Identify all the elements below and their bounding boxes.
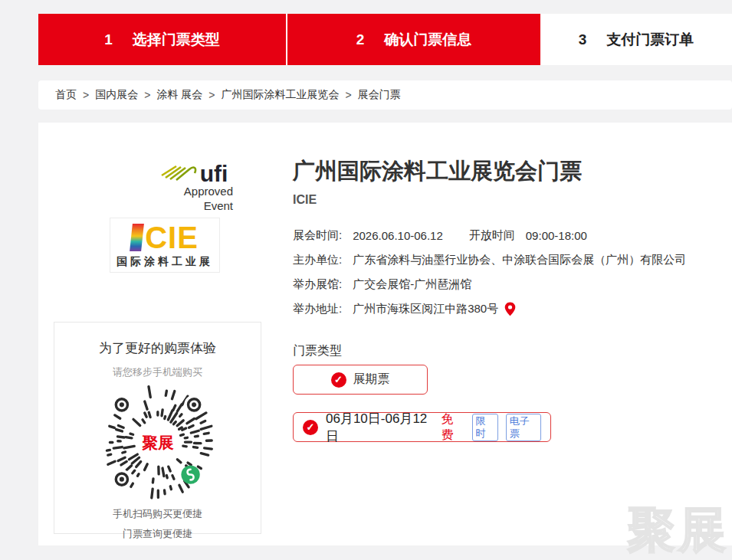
step-number: 3: [579, 31, 587, 48]
tab-step-3-pay-order[interactable]: 3 支付门票订单: [540, 14, 732, 65]
step-label: 确认门票信息: [384, 30, 471, 50]
info-row-time: 展会时间: 2026.06.10-06.12 开放时间 09:00-18:00: [293, 227, 686, 244]
badge-e-ticket: 电子票: [506, 414, 541, 441]
breadcrumb-separator: >: [144, 89, 150, 101]
ufi-event-text: Event: [129, 198, 259, 213]
page-title: 广州国际涂料工业展览会门票: [293, 156, 582, 187]
info-value-venue: 广交会展馆-广州琶洲馆: [353, 277, 471, 292]
info-label-open-hours: 开放时间: [469, 228, 515, 243]
qr-footer-line1: 手机扫码购买更便捷: [54, 505, 261, 523]
qr-center-label: 聚展: [141, 434, 174, 451]
info-label-address: 举办地址:: [293, 302, 342, 316]
breadcrumb-separator: >: [83, 89, 89, 101]
info-row-venue: 举办展馆: 广交会展馆-广州琶洲馆: [293, 276, 686, 293]
info-label-venue: 举办展馆:: [293, 277, 342, 292]
icie-rainbow-i-icon: [130, 224, 144, 251]
event-info: 展会时间: 2026.06.10-06.12 开放时间 09:00-18:00 …: [293, 227, 686, 325]
step-number: 2: [356, 31, 365, 48]
step-progress-bar: 1 选择门票类型 2 确认门票信息 3 支付门票订单: [38, 14, 732, 65]
info-value-time: 2026.06.10-06.12: [353, 229, 443, 242]
icie-logo: CIE 国际涂料工业展: [110, 218, 220, 273]
info-row-address: 举办地址: 广州市海珠区阅江中路380号: [293, 300, 686, 317]
tab-step-1-select-ticket[interactable]: 1 选择门票类型: [38, 14, 287, 65]
breadcrumb-domestic-expos[interactable]: 国内展会: [95, 88, 138, 102]
ticket-option-row[interactable]: ✓ 06月10日-06月12日 免费 限时 电子票: [293, 412, 551, 442]
ticket-price: 免费: [441, 411, 464, 444]
ticket-date: 06月10日-06月12日: [326, 410, 432, 445]
breadcrumb-separator: >: [345, 89, 351, 101]
step-number: 1: [104, 31, 113, 48]
breadcrumb-exhibition[interactable]: 广州国际涂料工业展览会: [221, 88, 339, 102]
wechat-icon: [181, 465, 199, 483]
ticket-type-label: 展期票: [353, 372, 390, 388]
breadcrumb-coatings-expos[interactable]: 涂料 展会: [156, 88, 202, 102]
breadcrumb-tickets[interactable]: 展会门票: [358, 88, 401, 102]
info-row-organizer: 主办单位: 广东省涂料与油墨行业协会、中涂联合国际会展（广州）有限公司: [293, 251, 686, 268]
breadcrumb: 首页 > 国内展会 > 涂料 展会 > 广州国际涂料工业展览会 > 展会门票: [38, 80, 732, 110]
info-label-organizer: 主办单位:: [293, 253, 342, 267]
step-label: 选择门票类型: [133, 30, 220, 50]
info-value-open-hours: 09:00-18:00: [526, 229, 587, 242]
ticket-type-button[interactable]: ✓ 展期票: [293, 365, 428, 395]
qr-code: 聚展: [54, 384, 261, 503]
qr-panel-title: 为了更好的购票体验: [54, 339, 261, 357]
qr-panel: 为了更好的购票体验 请您移步手机端购买 聚展 手机扫码购买更便捷 门票查询更: [54, 322, 261, 534]
location-pin-icon[interactable]: [504, 302, 516, 316]
icie-logo-letters: CIE: [145, 223, 199, 252]
ticket-type-section-title: 门票类型: [293, 343, 342, 359]
breadcrumb-home[interactable]: 首页: [55, 88, 77, 102]
info-label-time: 展会时间:: [293, 228, 342, 243]
ufi-approved-text: Approved: [129, 184, 259, 198]
icie-logo-subtitle: 国际涂料工业展: [117, 255, 213, 269]
breadcrumb-separator: >: [208, 89, 215, 101]
main-card: ufi Approved Event CIE 国际涂料工业展 为了更好的购票体验…: [38, 123, 732, 545]
badge-limited-time: 限时: [472, 414, 498, 441]
step-label: 支付门票订单: [606, 30, 694, 50]
check-circle-icon: ✓: [331, 372, 346, 388]
event-code: ICIE: [293, 193, 317, 207]
ufi-approved-event-logo: ufi Approved Event: [129, 158, 259, 213]
info-value-address: 广州市海珠区阅江中路380号: [353, 302, 498, 316]
check-circle-icon: ✓: [303, 420, 318, 435]
qr-panel-subtitle: 请您移步手机端购买: [54, 365, 261, 379]
ufi-swoosh-icon: [160, 158, 199, 184]
tab-step-2-confirm-info[interactable]: 2 确认门票信息: [287, 14, 540, 65]
qr-footer-line2: 门票查询更便捷: [54, 525, 261, 543]
ufi-logo-text: ufi: [200, 164, 228, 184]
info-value-organizer: 广东省涂料与油墨行业协会、中涂联合国际会展（广州）有限公司: [353, 253, 686, 267]
